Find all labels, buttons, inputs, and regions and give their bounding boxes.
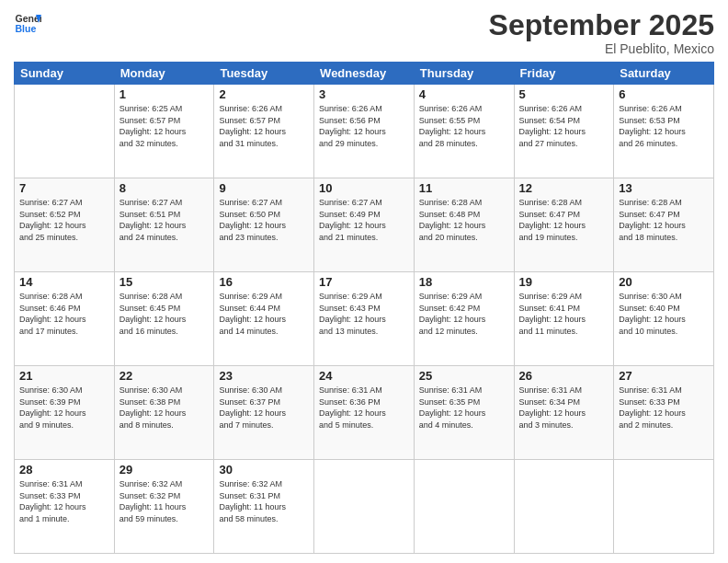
day-info: Sunrise: 6:30 AM Sunset: 6:38 PM Dayligh… xyxy=(119,385,210,431)
week-row-5: 28Sunrise: 6:31 AM Sunset: 6:33 PM Dayli… xyxy=(15,460,714,554)
day-number: 10 xyxy=(319,181,409,195)
calendar-cell: 13Sunrise: 6:28 AM Sunset: 6:47 PM Dayli… xyxy=(614,178,714,272)
calendar-cell: 9Sunrise: 6:27 AM Sunset: 6:50 PM Daylig… xyxy=(214,178,314,272)
day-number: 23 xyxy=(219,369,309,383)
svg-text:Blue: Blue xyxy=(16,23,37,34)
calendar-cell: 23Sunrise: 6:30 AM Sunset: 6:37 PM Dayli… xyxy=(214,366,314,460)
calendar-cell: 3Sunrise: 6:26 AM Sunset: 6:56 PM Daylig… xyxy=(314,85,415,178)
calendar-cell: 29Sunrise: 6:32 AM Sunset: 6:32 PM Dayli… xyxy=(114,460,214,554)
title-block: September 2025 El Pueblito, Mexico xyxy=(489,9,714,56)
day-info: Sunrise: 6:26 AM Sunset: 6:55 PM Dayligh… xyxy=(419,103,509,149)
calendar-cell: 26Sunrise: 6:31 AM Sunset: 6:34 PM Dayli… xyxy=(514,366,614,460)
calendar-cell: 18Sunrise: 6:29 AM Sunset: 6:42 PM Dayli… xyxy=(414,272,514,366)
day-info: Sunrise: 6:28 AM Sunset: 6:47 PM Dayligh… xyxy=(619,197,709,243)
logo: General Blue xyxy=(14,9,41,37)
day-info: Sunrise: 6:30 AM Sunset: 6:39 PM Dayligh… xyxy=(19,385,109,431)
day-number: 11 xyxy=(419,181,509,195)
weekday-header-sunday: Sunday xyxy=(15,63,115,85)
calendar-cell: 7Sunrise: 6:27 AM Sunset: 6:52 PM Daylig… xyxy=(15,178,115,272)
calendar-cell xyxy=(314,460,415,554)
day-number: 28 xyxy=(19,463,109,477)
calendar-table: SundayMondayTuesdayWednesdayThursdayFrid… xyxy=(14,62,714,554)
week-row-1: 1Sunrise: 6:25 AM Sunset: 6:57 PM Daylig… xyxy=(15,85,714,178)
day-info: Sunrise: 6:27 AM Sunset: 6:51 PM Dayligh… xyxy=(119,197,210,243)
day-number: 18 xyxy=(419,275,509,289)
calendar-cell: 30Sunrise: 6:32 AM Sunset: 6:31 PM Dayli… xyxy=(214,460,314,554)
calendar-cell: 21Sunrise: 6:30 AM Sunset: 6:39 PM Dayli… xyxy=(15,366,115,460)
day-number: 20 xyxy=(619,275,709,289)
day-info: Sunrise: 6:31 AM Sunset: 6:35 PM Dayligh… xyxy=(419,385,509,431)
day-number: 25 xyxy=(419,369,509,383)
calendar-cell: 19Sunrise: 6:29 AM Sunset: 6:41 PM Dayli… xyxy=(514,272,614,366)
day-number: 24 xyxy=(319,369,409,383)
day-number: 3 xyxy=(319,87,409,101)
day-info: Sunrise: 6:26 AM Sunset: 6:56 PM Dayligh… xyxy=(319,103,409,149)
weekday-header-saturday: Saturday xyxy=(614,63,714,85)
weekday-header-wednesday: Wednesday xyxy=(314,63,415,85)
calendar-cell: 20Sunrise: 6:30 AM Sunset: 6:40 PM Dayli… xyxy=(614,272,714,366)
calendar-cell: 12Sunrise: 6:28 AM Sunset: 6:47 PM Dayli… xyxy=(514,178,614,272)
day-number: 26 xyxy=(519,369,609,383)
day-info: Sunrise: 6:26 AM Sunset: 6:54 PM Dayligh… xyxy=(519,103,609,149)
day-info: Sunrise: 6:29 AM Sunset: 6:43 PM Dayligh… xyxy=(319,291,409,337)
calendar-cell: 2Sunrise: 6:26 AM Sunset: 6:57 PM Daylig… xyxy=(214,85,314,178)
calendar-cell: 14Sunrise: 6:28 AM Sunset: 6:46 PM Dayli… xyxy=(15,272,115,366)
calendar-cell: 17Sunrise: 6:29 AM Sunset: 6:43 PM Dayli… xyxy=(314,272,415,366)
day-info: Sunrise: 6:29 AM Sunset: 6:42 PM Dayligh… xyxy=(419,291,509,337)
day-info: Sunrise: 6:31 AM Sunset: 6:34 PM Dayligh… xyxy=(519,385,609,431)
day-number: 2 xyxy=(219,87,309,101)
calendar-cell: 16Sunrise: 6:29 AM Sunset: 6:44 PM Dayli… xyxy=(214,272,314,366)
month-title: September 2025 xyxy=(489,9,714,41)
calendar-cell: 27Sunrise: 6:31 AM Sunset: 6:33 PM Dayli… xyxy=(614,366,714,460)
calendar-cell xyxy=(614,460,714,554)
calendar-cell: 6Sunrise: 6:26 AM Sunset: 6:53 PM Daylig… xyxy=(614,85,714,178)
day-number: 30 xyxy=(219,463,309,477)
day-info: Sunrise: 6:29 AM Sunset: 6:44 PM Dayligh… xyxy=(219,291,309,337)
day-info: Sunrise: 6:28 AM Sunset: 6:48 PM Dayligh… xyxy=(419,197,509,243)
page: General Blue September 2025 El Pueblito,… xyxy=(0,0,728,563)
calendar-cell: 11Sunrise: 6:28 AM Sunset: 6:48 PM Dayli… xyxy=(414,178,514,272)
week-row-3: 14Sunrise: 6:28 AM Sunset: 6:46 PM Dayli… xyxy=(15,272,714,366)
calendar-cell: 5Sunrise: 6:26 AM Sunset: 6:54 PM Daylig… xyxy=(514,85,614,178)
day-number: 22 xyxy=(119,369,210,383)
day-number: 16 xyxy=(219,275,309,289)
day-info: Sunrise: 6:27 AM Sunset: 6:52 PM Dayligh… xyxy=(19,197,109,243)
day-info: Sunrise: 6:25 AM Sunset: 6:57 PM Dayligh… xyxy=(119,103,210,149)
day-info: Sunrise: 6:31 AM Sunset: 6:36 PM Dayligh… xyxy=(319,385,409,431)
day-number: 5 xyxy=(519,87,609,101)
weekday-header-tuesday: Tuesday xyxy=(214,63,314,85)
day-info: Sunrise: 6:32 AM Sunset: 6:31 PM Dayligh… xyxy=(219,478,309,524)
day-number: 12 xyxy=(519,181,609,195)
weekday-header-row: SundayMondayTuesdayWednesdayThursdayFrid… xyxy=(15,63,714,85)
day-info: Sunrise: 6:31 AM Sunset: 6:33 PM Dayligh… xyxy=(19,478,109,524)
day-number: 19 xyxy=(519,275,609,289)
day-info: Sunrise: 6:27 AM Sunset: 6:50 PM Dayligh… xyxy=(219,197,309,243)
day-info: Sunrise: 6:29 AM Sunset: 6:41 PM Dayligh… xyxy=(519,291,609,337)
week-row-2: 7Sunrise: 6:27 AM Sunset: 6:52 PM Daylig… xyxy=(15,178,714,272)
calendar-cell: 8Sunrise: 6:27 AM Sunset: 6:51 PM Daylig… xyxy=(114,178,214,272)
day-number: 27 xyxy=(619,369,709,383)
day-number: 14 xyxy=(19,275,109,289)
day-info: Sunrise: 6:27 AM Sunset: 6:49 PM Dayligh… xyxy=(319,197,409,243)
day-info: Sunrise: 6:31 AM Sunset: 6:33 PM Dayligh… xyxy=(619,385,709,431)
day-number: 1 xyxy=(119,87,210,101)
day-number: 9 xyxy=(219,181,309,195)
location-subtitle: El Pueblito, Mexico xyxy=(489,41,714,56)
day-info: Sunrise: 6:30 AM Sunset: 6:37 PM Dayligh… xyxy=(219,385,309,431)
day-info: Sunrise: 6:26 AM Sunset: 6:53 PM Dayligh… xyxy=(619,103,709,149)
calendar-cell: 25Sunrise: 6:31 AM Sunset: 6:35 PM Dayli… xyxy=(414,366,514,460)
calendar-cell xyxy=(15,85,115,178)
day-number: 6 xyxy=(619,87,709,101)
weekday-header-friday: Friday xyxy=(514,63,614,85)
calendar-cell: 4Sunrise: 6:26 AM Sunset: 6:55 PM Daylig… xyxy=(414,85,514,178)
calendar-cell: 28Sunrise: 6:31 AM Sunset: 6:33 PM Dayli… xyxy=(15,460,115,554)
day-info: Sunrise: 6:32 AM Sunset: 6:32 PM Dayligh… xyxy=(119,478,210,524)
calendar-cell xyxy=(414,460,514,554)
week-row-4: 21Sunrise: 6:30 AM Sunset: 6:39 PM Dayli… xyxy=(15,366,714,460)
day-info: Sunrise: 6:28 AM Sunset: 6:46 PM Dayligh… xyxy=(19,291,109,337)
weekday-header-thursday: Thursday xyxy=(414,63,514,85)
weekday-header-monday: Monday xyxy=(114,63,214,85)
day-number: 21 xyxy=(19,369,109,383)
header: General Blue September 2025 El Pueblito,… xyxy=(14,9,714,56)
day-info: Sunrise: 6:28 AM Sunset: 6:45 PM Dayligh… xyxy=(119,291,210,337)
